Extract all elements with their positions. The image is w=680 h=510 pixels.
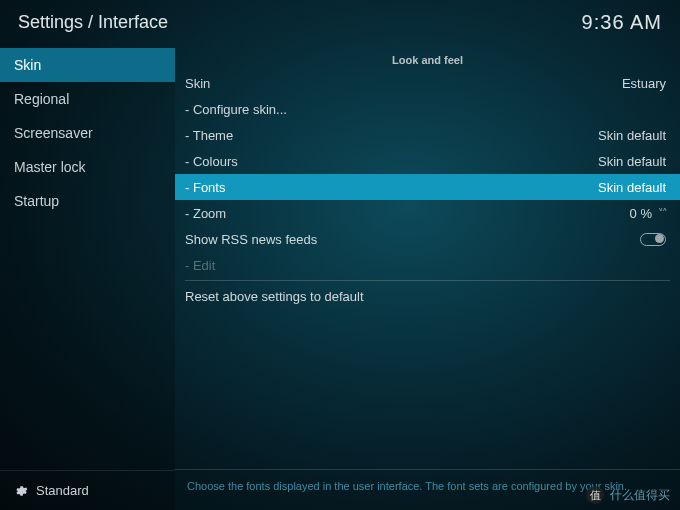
sidebar-item-label: Startup <box>14 193 59 209</box>
divider <box>185 280 670 281</box>
watermark: 值 什么值得买 <box>586 486 670 504</box>
setting-zoom[interactable]: - Zoom 0 % ˅˄ <box>175 200 680 226</box>
section-title: Look and feel <box>175 48 680 70</box>
setting-reset[interactable]: Reset above settings to default <box>175 283 680 309</box>
gear-icon <box>14 484 28 498</box>
sidebar-item-startup[interactable]: Startup <box>0 184 175 218</box>
setting-skin[interactable]: Skin Estuary <box>175 70 680 96</box>
settings-level-label: Standard <box>36 483 89 498</box>
setting-value: Estuary <box>622 76 666 91</box>
setting-theme[interactable]: - Theme Skin default <box>175 122 680 148</box>
toggle-icon[interactable] <box>640 233 666 246</box>
setting-label: - Fonts <box>185 180 225 195</box>
sidebar: Skin Regional Screensaver Master lock St… <box>0 48 175 510</box>
setting-rss[interactable]: Show RSS news feeds <box>175 226 680 252</box>
setting-configure-skin[interactable]: - Configure skin... <box>175 96 680 122</box>
settings-level-button[interactable]: Standard <box>0 470 175 510</box>
setting-label: Show RSS news feeds <box>185 232 317 247</box>
sidebar-item-label: Screensaver <box>14 125 93 141</box>
setting-label: - Colours <box>185 154 238 169</box>
sidebar-item-screensaver[interactable]: Screensaver <box>0 116 175 150</box>
setting-value: Skin default <box>598 154 666 169</box>
sidebar-item-label: Regional <box>14 91 69 107</box>
watermark-text: 什么值得买 <box>610 487 670 504</box>
breadcrumb: Settings / Interface <box>18 12 168 33</box>
clock: 9:36 AM <box>582 11 662 34</box>
sidebar-item-regional[interactable]: Regional <box>0 82 175 116</box>
setting-colours[interactable]: - Colours Skin default <box>175 148 680 174</box>
setting-value <box>640 233 666 246</box>
setting-label: - Edit <box>185 258 215 273</box>
sidebar-items: Skin Regional Screensaver Master lock St… <box>0 48 175 470</box>
setting-value: 0 % ˅˄ <box>630 206 666 221</box>
setting-label: - Theme <box>185 128 233 143</box>
setting-label: Reset above settings to default <box>185 289 364 304</box>
setting-value: Skin default <box>598 180 666 195</box>
setting-label: - Zoom <box>185 206 226 221</box>
watermark-badge: 值 <box>586 486 604 504</box>
setting-edit: - Edit <box>175 252 680 278</box>
main-panel: Look and feel Skin Estuary - Configure s… <box>175 48 680 510</box>
zoom-value: 0 % <box>630 206 652 221</box>
settings-list: Skin Estuary - Configure skin... - Theme… <box>175 70 680 469</box>
sidebar-item-label: Skin <box>14 57 41 73</box>
spinner-icon[interactable]: ˅˄ <box>658 207 666 220</box>
sidebar-item-masterlock[interactable]: Master lock <box>0 150 175 184</box>
sidebar-item-skin[interactable]: Skin <box>0 48 175 82</box>
setting-fonts[interactable]: - Fonts Skin default <box>175 174 680 200</box>
setting-label: - Configure skin... <box>185 102 287 117</box>
layout: Skin Regional Screensaver Master lock St… <box>0 48 680 510</box>
sidebar-item-label: Master lock <box>14 159 86 175</box>
setting-label: Skin <box>185 76 210 91</box>
header: Settings / Interface 9:36 AM <box>0 0 680 48</box>
setting-value: Skin default <box>598 128 666 143</box>
